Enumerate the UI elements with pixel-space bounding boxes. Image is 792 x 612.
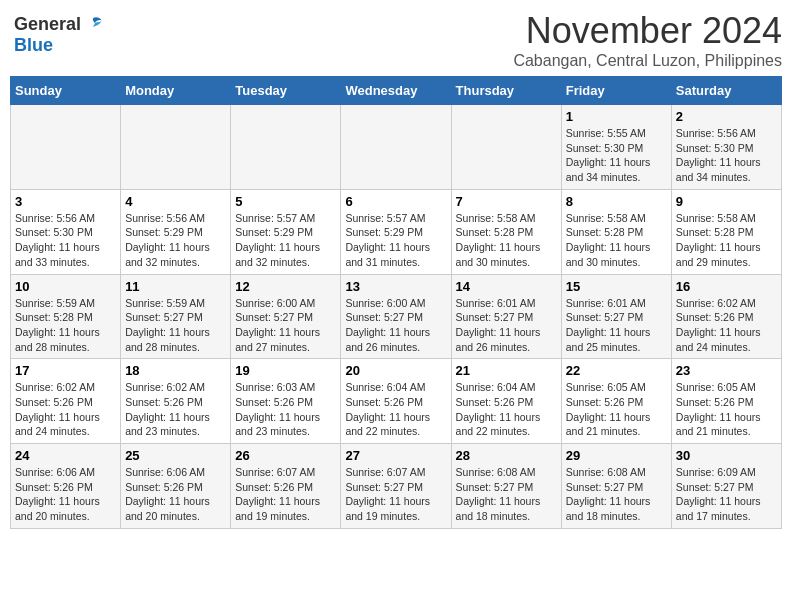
calendar-cell — [451, 105, 561, 190]
calendar-cell: 15Sunrise: 6:01 AMSunset: 5:27 PMDayligh… — [561, 274, 671, 359]
month-title: November 2024 — [513, 10, 782, 52]
calendar-week-row: 24Sunrise: 6:06 AMSunset: 5:26 PMDayligh… — [11, 444, 782, 529]
calendar-cell: 17Sunrise: 6:02 AMSunset: 5:26 PMDayligh… — [11, 359, 121, 444]
day-info: Sunrise: 6:09 AMSunset: 5:27 PMDaylight:… — [676, 465, 777, 524]
day-info: Sunrise: 6:00 AMSunset: 5:27 PMDaylight:… — [235, 296, 336, 355]
calendar-cell: 14Sunrise: 6:01 AMSunset: 5:27 PMDayligh… — [451, 274, 561, 359]
calendar-cell — [121, 105, 231, 190]
day-info: Sunrise: 6:06 AMSunset: 5:26 PMDaylight:… — [125, 465, 226, 524]
day-info: Sunrise: 6:08 AMSunset: 5:27 PMDaylight:… — [456, 465, 557, 524]
day-info: Sunrise: 5:56 AMSunset: 5:30 PMDaylight:… — [676, 126, 777, 185]
day-info: Sunrise: 6:01 AMSunset: 5:27 PMDaylight:… — [566, 296, 667, 355]
day-number: 30 — [676, 448, 777, 463]
calendar-cell: 18Sunrise: 6:02 AMSunset: 5:26 PMDayligh… — [121, 359, 231, 444]
day-info: Sunrise: 6:02 AMSunset: 5:26 PMDaylight:… — [676, 296, 777, 355]
calendar-header-row: SundayMondayTuesdayWednesdayThursdayFrid… — [11, 77, 782, 105]
calendar-cell: 4Sunrise: 5:56 AMSunset: 5:29 PMDaylight… — [121, 189, 231, 274]
location-title: Cabangan, Central Luzon, Philippines — [513, 52, 782, 70]
calendar-week-row: 1Sunrise: 5:55 AMSunset: 5:30 PMDaylight… — [11, 105, 782, 190]
day-number: 5 — [235, 194, 336, 209]
day-number: 3 — [15, 194, 116, 209]
calendar-cell: 2Sunrise: 5:56 AMSunset: 5:30 PMDaylight… — [671, 105, 781, 190]
day-info: Sunrise: 6:07 AMSunset: 5:27 PMDaylight:… — [345, 465, 446, 524]
logo-bird-icon — [83, 15, 103, 35]
calendar-cell: 29Sunrise: 6:08 AMSunset: 5:27 PMDayligh… — [561, 444, 671, 529]
calendar-cell — [11, 105, 121, 190]
day-info: Sunrise: 5:57 AMSunset: 5:29 PMDaylight:… — [345, 211, 446, 270]
day-number: 4 — [125, 194, 226, 209]
day-info: Sunrise: 6:05 AMSunset: 5:26 PMDaylight:… — [676, 380, 777, 439]
day-number: 2 — [676, 109, 777, 124]
calendar-cell: 19Sunrise: 6:03 AMSunset: 5:26 PMDayligh… — [231, 359, 341, 444]
day-number: 28 — [456, 448, 557, 463]
calendar-cell: 6Sunrise: 5:57 AMSunset: 5:29 PMDaylight… — [341, 189, 451, 274]
day-info: Sunrise: 5:59 AMSunset: 5:27 PMDaylight:… — [125, 296, 226, 355]
calendar-cell: 12Sunrise: 6:00 AMSunset: 5:27 PMDayligh… — [231, 274, 341, 359]
day-header-saturday: Saturday — [671, 77, 781, 105]
logo-blue-text: Blue — [14, 35, 53, 56]
calendar-cell: 13Sunrise: 6:00 AMSunset: 5:27 PMDayligh… — [341, 274, 451, 359]
day-header-sunday: Sunday — [11, 77, 121, 105]
day-number: 11 — [125, 279, 226, 294]
page-header: General Blue November 2024 Cabangan, Cen… — [10, 10, 782, 70]
day-info: Sunrise: 5:57 AMSunset: 5:29 PMDaylight:… — [235, 211, 336, 270]
calendar-cell: 10Sunrise: 5:59 AMSunset: 5:28 PMDayligh… — [11, 274, 121, 359]
calendar-cell: 20Sunrise: 6:04 AMSunset: 5:26 PMDayligh… — [341, 359, 451, 444]
day-number: 21 — [456, 363, 557, 378]
day-number: 10 — [15, 279, 116, 294]
day-info: Sunrise: 6:06 AMSunset: 5:26 PMDaylight:… — [15, 465, 116, 524]
day-header-monday: Monday — [121, 77, 231, 105]
day-number: 15 — [566, 279, 667, 294]
calendar-cell: 9Sunrise: 5:58 AMSunset: 5:28 PMDaylight… — [671, 189, 781, 274]
day-number: 13 — [345, 279, 446, 294]
day-number: 26 — [235, 448, 336, 463]
day-info: Sunrise: 5:58 AMSunset: 5:28 PMDaylight:… — [676, 211, 777, 270]
day-number: 27 — [345, 448, 446, 463]
day-info: Sunrise: 5:55 AMSunset: 5:30 PMDaylight:… — [566, 126, 667, 185]
calendar-week-row: 10Sunrise: 5:59 AMSunset: 5:28 PMDayligh… — [11, 274, 782, 359]
calendar-cell: 22Sunrise: 6:05 AMSunset: 5:26 PMDayligh… — [561, 359, 671, 444]
day-number: 24 — [15, 448, 116, 463]
day-info: Sunrise: 6:02 AMSunset: 5:26 PMDaylight:… — [15, 380, 116, 439]
calendar-cell: 30Sunrise: 6:09 AMSunset: 5:27 PMDayligh… — [671, 444, 781, 529]
title-section: November 2024 Cabangan, Central Luzon, P… — [513, 10, 782, 70]
day-number: 8 — [566, 194, 667, 209]
calendar-cell: 11Sunrise: 5:59 AMSunset: 5:27 PMDayligh… — [121, 274, 231, 359]
day-info: Sunrise: 6:08 AMSunset: 5:27 PMDaylight:… — [566, 465, 667, 524]
calendar-week-row: 3Sunrise: 5:56 AMSunset: 5:30 PMDaylight… — [11, 189, 782, 274]
day-info: Sunrise: 5:58 AMSunset: 5:28 PMDaylight:… — [456, 211, 557, 270]
day-number: 17 — [15, 363, 116, 378]
calendar-cell: 3Sunrise: 5:56 AMSunset: 5:30 PMDaylight… — [11, 189, 121, 274]
day-info: Sunrise: 5:59 AMSunset: 5:28 PMDaylight:… — [15, 296, 116, 355]
day-info: Sunrise: 6:01 AMSunset: 5:27 PMDaylight:… — [456, 296, 557, 355]
day-number: 23 — [676, 363, 777, 378]
day-info: Sunrise: 6:04 AMSunset: 5:26 PMDaylight:… — [456, 380, 557, 439]
day-info: Sunrise: 6:04 AMSunset: 5:26 PMDaylight:… — [345, 380, 446, 439]
day-info: Sunrise: 6:03 AMSunset: 5:26 PMDaylight:… — [235, 380, 336, 439]
calendar-cell: 24Sunrise: 6:06 AMSunset: 5:26 PMDayligh… — [11, 444, 121, 529]
calendar-cell: 1Sunrise: 5:55 AMSunset: 5:30 PMDaylight… — [561, 105, 671, 190]
day-number: 9 — [676, 194, 777, 209]
day-number: 29 — [566, 448, 667, 463]
day-info: Sunrise: 6:05 AMSunset: 5:26 PMDaylight:… — [566, 380, 667, 439]
day-info: Sunrise: 5:56 AMSunset: 5:29 PMDaylight:… — [125, 211, 226, 270]
day-number: 25 — [125, 448, 226, 463]
day-number: 14 — [456, 279, 557, 294]
day-number: 19 — [235, 363, 336, 378]
day-number: 12 — [235, 279, 336, 294]
day-info: Sunrise: 5:58 AMSunset: 5:28 PMDaylight:… — [566, 211, 667, 270]
day-header-friday: Friday — [561, 77, 671, 105]
calendar-cell: 26Sunrise: 6:07 AMSunset: 5:26 PMDayligh… — [231, 444, 341, 529]
day-info: Sunrise: 5:56 AMSunset: 5:30 PMDaylight:… — [15, 211, 116, 270]
day-header-wednesday: Wednesday — [341, 77, 451, 105]
day-header-thursday: Thursday — [451, 77, 561, 105]
day-number: 6 — [345, 194, 446, 209]
day-number: 1 — [566, 109, 667, 124]
calendar-cell: 5Sunrise: 5:57 AMSunset: 5:29 PMDaylight… — [231, 189, 341, 274]
day-number: 16 — [676, 279, 777, 294]
day-info: Sunrise: 6:02 AMSunset: 5:26 PMDaylight:… — [125, 380, 226, 439]
calendar-cell: 27Sunrise: 6:07 AMSunset: 5:27 PMDayligh… — [341, 444, 451, 529]
logo: General Blue — [10, 10, 107, 60]
logo-general-text: General — [14, 14, 81, 35]
calendar-cell — [231, 105, 341, 190]
